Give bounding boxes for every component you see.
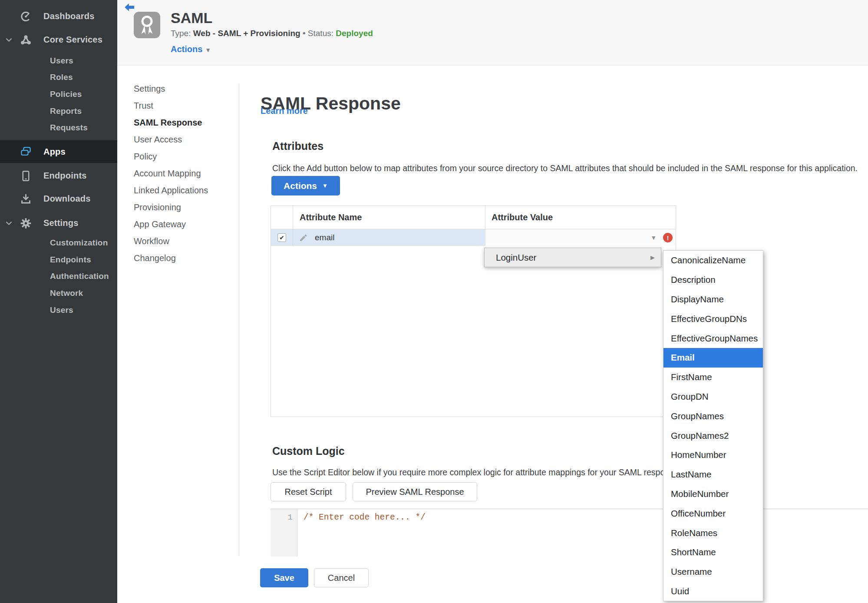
- tab-user-access[interactable]: User Access: [134, 131, 234, 148]
- sidebar-item-label: Downloads: [43, 194, 90, 204]
- sidebar-item-downloads[interactable]: Downloads: [0, 190, 117, 207]
- attribute-name-header: Attribute Name: [293, 206, 485, 229]
- download-icon: [20, 193, 32, 205]
- select-column-header: [271, 206, 293, 229]
- row-checkbox[interactable]: ✔: [277, 233, 286, 242]
- preview-saml-response-label: Preview SAML Response: [366, 487, 464, 497]
- sidebar-item-policies[interactable]: Policies: [0, 86, 117, 103]
- preview-saml-response-button[interactable]: Preview SAML Response: [353, 482, 477, 501]
- submenu-item-username[interactable]: Username: [663, 562, 763, 582]
- cluster-icon: [20, 34, 32, 46]
- tab-provisioning[interactable]: Provisioning: [134, 199, 234, 216]
- type-label: Type:: [171, 29, 191, 38]
- chevron-down-icon[interactable]: [6, 36, 12, 43]
- bullet-separator: •: [303, 29, 306, 38]
- submenu-item-shortname[interactable]: ShortName: [663, 543, 763, 562]
- submenu-item-email[interactable]: Email: [663, 348, 763, 368]
- sidebar-item-label: Apps: [43, 147, 66, 157]
- sidebar-item-settings[interactable]: Settings: [0, 215, 117, 232]
- sidebar-item-authentication[interactable]: Authentication: [0, 268, 117, 285]
- attributes-actions-button[interactable]: Actions▼: [271, 176, 340, 195]
- sidebar-item-settings-endpoints[interactable]: Endpoints: [0, 251, 117, 268]
- tab-saml-response[interactable]: SAML Response: [134, 114, 234, 131]
- tab-policy[interactable]: Policy: [134, 148, 234, 165]
- submenu-item-groupnames2[interactable]: GroupNames2: [663, 426, 763, 445]
- submenu-item-mobilenumber[interactable]: MobileNumber: [663, 484, 763, 504]
- tab-settings[interactable]: Settings: [134, 80, 234, 97]
- gauge-icon: [20, 10, 32, 22]
- dropdown-arrow-icon[interactable]: ▼: [650, 234, 657, 241]
- attributes-heading: Attributes: [272, 140, 323, 152]
- nav-divider: [239, 83, 239, 556]
- tab-account-mapping[interactable]: Account Mapping: [134, 165, 234, 182]
- table-row[interactable]: ✔ email ▼ !: [271, 229, 676, 246]
- submenu-item-rolenames[interactable]: RoleNames: [663, 523, 763, 543]
- actions-button-label: Actions: [284, 181, 317, 191]
- dropdown-item-loginuser[interactable]: LoginUser: [496, 252, 536, 263]
- status-label: Status:: [308, 29, 333, 38]
- submenu-item-officenumber[interactable]: OfficeNumber: [663, 504, 763, 523]
- reset-script-button[interactable]: Reset Script: [271, 482, 346, 501]
- sidebar-item-label: Requests: [50, 123, 88, 133]
- sidebar-item-endpoints[interactable]: Endpoints: [0, 167, 117, 184]
- attribute-name-cell[interactable]: email: [293, 229, 485, 246]
- editor-line-number: 1: [271, 509, 297, 557]
- cancel-label: Cancel: [328, 573, 355, 583]
- tab-changelog[interactable]: Changelog: [134, 250, 234, 267]
- submenu-item-effectivegroupdns[interactable]: EffectiveGroupDNs: [663, 309, 763, 328]
- status-badge: Deployed: [336, 29, 373, 38]
- submenu-item-lastname[interactable]: LastName: [663, 465, 763, 484]
- attributes-description: Click the Add button below to map attrib…: [272, 163, 858, 173]
- sidebar-item-label: Endpoints: [43, 171, 87, 181]
- header-actions-dropdown[interactable]: Actions▼: [171, 44, 211, 54]
- sidebar-item-users[interactable]: Users: [0, 52, 117, 69]
- sidebar-item-label: Users: [50, 56, 73, 66]
- sidebar-item-label: Settings: [43, 218, 79, 228]
- tab-app-gateway[interactable]: App Gateway: [134, 216, 234, 233]
- submenu-item-groupnames[interactable]: GroupNames: [663, 406, 763, 426]
- attribute-value-cell[interactable]: ▼ !: [485, 229, 676, 246]
- submenu-item-displayname[interactable]: DisplayName: [663, 290, 763, 309]
- custom-logic-description: Use the Script Editor below if you requi…: [272, 467, 681, 477]
- sidebar-item-label: Policies: [50, 89, 82, 99]
- cancel-button[interactable]: Cancel: [314, 568, 369, 587]
- learn-more-link[interactable]: Learn more: [261, 106, 308, 116]
- chevron-down-icon[interactable]: [6, 220, 12, 226]
- sidebar-item-label: Customization: [50, 238, 108, 248]
- sidebar: Dashboards Core Services Users Roles Pol…: [0, 0, 117, 603]
- app-logo: [134, 12, 160, 38]
- sidebar-item-core-services[interactable]: Core Services: [0, 31, 117, 48]
- sidebar-item-network[interactable]: Network: [0, 285, 117, 302]
- submenu-arrow-icon: ▶: [650, 254, 655, 261]
- tab-workflow[interactable]: Workflow: [134, 233, 234, 250]
- sidebar-item-reports[interactable]: Reports: [0, 103, 117, 119]
- attribute-value-dropdown-menu[interactable]: LoginUser ▶: [484, 248, 661, 267]
- submenu-item-uuid[interactable]: Uuid: [663, 582, 763, 601]
- sidebar-item-requests[interactable]: Requests: [0, 119, 117, 136]
- attribute-name-value: email: [315, 233, 334, 242]
- sidebar-item-label: Endpoints: [50, 255, 91, 265]
- reset-script-label: Reset Script: [285, 487, 332, 497]
- sidebar-item-dashboards[interactable]: Dashboards: [0, 8, 117, 25]
- submenu-item-canonicalizename[interactable]: CanonicalizeName: [663, 251, 763, 270]
- sidebar-item-apps[interactable]: Apps: [0, 140, 117, 163]
- sidebar-item-roles[interactable]: Roles: [0, 69, 117, 86]
- editor-code-area[interactable]: /* Enter code here... */: [297, 509, 868, 557]
- sidebar-item-customization[interactable]: Customization: [0, 234, 117, 251]
- sidebar-item-settings-users[interactable]: Users: [0, 302, 117, 318]
- row-select-cell: ✔: [271, 229, 293, 246]
- tab-trust[interactable]: Trust: [134, 97, 234, 114]
- save-button[interactable]: Save: [260, 568, 308, 587]
- sidebar-item-label: Reports: [50, 106, 82, 116]
- chevron-down-icon: ▼: [322, 182, 328, 189]
- chevron-down-icon: ▼: [205, 46, 211, 53]
- submenu-item-homenumber[interactable]: HomeNumber: [663, 445, 763, 465]
- tab-linked-applications[interactable]: Linked Applications: [134, 182, 234, 199]
- page-title: SAML: [171, 10, 212, 27]
- submenu-item-firstname[interactable]: FirstName: [663, 368, 763, 387]
- submenu-item-description[interactable]: Description: [663, 270, 763, 290]
- attributes-table: Attribute Name Attribute Value ✔ email ▼…: [271, 205, 676, 417]
- submenu-item-effectivegroupnames[interactable]: EffectiveGroupNames: [663, 328, 763, 348]
- submenu-item-groupdn[interactable]: GroupDN: [663, 387, 763, 407]
- script-editor: 1 /* Enter code here... */: [271, 509, 868, 557]
